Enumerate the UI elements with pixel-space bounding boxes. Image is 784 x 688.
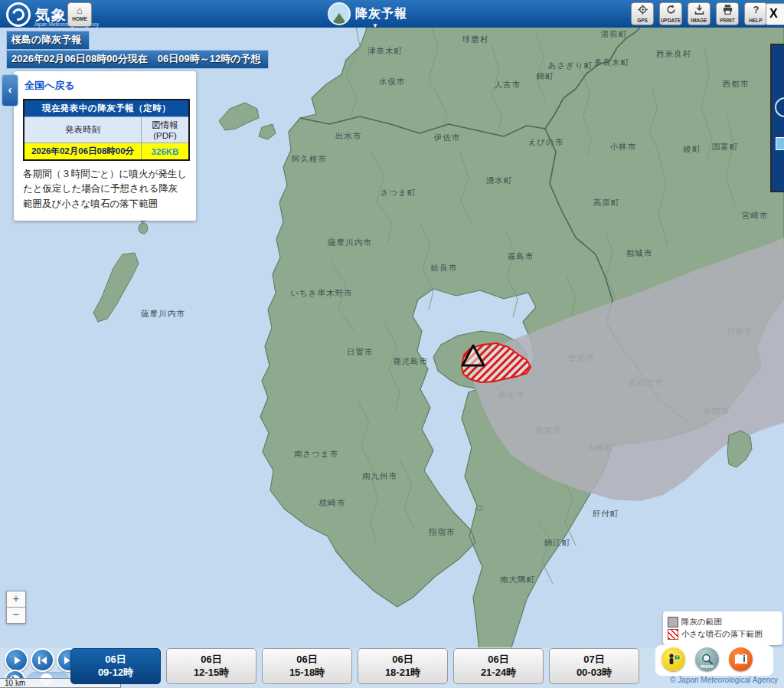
issue-time-cell: 2026年02月06日08時00分: [24, 143, 142, 161]
guide-button[interactable]: ?: [662, 647, 685, 671]
forecast-table: 現在発表中の降灰予報（定時） 発表時刻 図情報(PDF) 2026年02月06日…: [23, 99, 190, 161]
zoom-control: + −: [6, 591, 26, 624]
bottom-bar: 10 km 06日09-12時06日12-15時06日15-18時06日18-2…: [0, 647, 784, 688]
header: 気象庁 Japan Meteorological Agency ⌂ HOME 降…: [0, 0, 784, 28]
image-icon: [694, 5, 705, 18]
skip-start-icon: [38, 656, 47, 665]
collapse-panel-button[interactable]: ‹: [2, 74, 18, 106]
info-book-button[interactable]: [729, 647, 753, 671]
time-tab-06日09-12時[interactable]: 06日09-12時: [70, 648, 161, 684]
header-buttons: GPSUPDATEIMAGEPRINT?HELP: [631, 2, 767, 25]
banner-button: [776, 137, 784, 150]
share-x-button[interactable]: X: [766, 3, 784, 25]
col-time-header: 発表時刻: [24, 117, 142, 143]
gps-icon: [637, 5, 648, 18]
zoom-out-button[interactable]: −: [6, 608, 26, 624]
time-tab-06日12-15時[interactable]: 06日12-15時: [166, 648, 256, 684]
play-icon: [12, 656, 21, 665]
guide-icon: ?: [666, 652, 681, 667]
forecast-title-line1: 桜島の降灰予報: [6, 31, 90, 50]
home-button[interactable]: ⌂ HOME: [67, 2, 92, 27]
copyright: © Japan Meteorological Agency: [670, 676, 778, 684]
more-button[interactable]: more: [695, 647, 719, 671]
more-label: more: [695, 663, 719, 669]
info-panel: 全国へ戻る 現在発表中の降灰予報（定時） 発表時刻 図情報(PDF) 2026年…: [14, 71, 196, 221]
time-tab-06日21-24時[interactable]: 06日21-24時: [453, 648, 544, 684]
home-icon: ⌂: [77, 5, 83, 16]
page-title: 降灰予報: [355, 6, 407, 22]
skip-start-button[interactable]: [31, 648, 54, 672]
help-icon: ?: [750, 5, 762, 18]
forecast-description: 各期間（３時間ごと）に噴火が発生したと仮定した場合に予想される降灰範囲及び小さな…: [23, 167, 187, 211]
print-icon: [722, 5, 733, 18]
zoom-in-button[interactable]: +: [6, 591, 26, 608]
volcano-icon: [328, 2, 351, 25]
table-title: 現在発表中の降灰予報（定時）: [24, 100, 189, 117]
ash-legend-label: 降灰の範囲: [681, 617, 722, 627]
map-legend: 降灰の範囲 小さな噴石の落下範囲: [663, 611, 782, 645]
ash-legend-swatch: [668, 617, 678, 627]
stone-legend-swatch: [668, 629, 678, 640]
pdf-link[interactable]: 326KB: [152, 147, 179, 156]
timeline-tabs: 06日09-12時06日12-15時06日15-18時06日18-21時06日2…: [70, 648, 639, 684]
book-info-icon: [733, 653, 749, 667]
col-pdf-header: 図情報(PDF): [142, 117, 190, 143]
update-icon: [665, 5, 677, 18]
update-button[interactable]: UPDATE: [659, 2, 682, 25]
side-banner[interactable]: [770, 44, 784, 192]
time-tab-06日18-21時[interactable]: 06日18-21時: [358, 648, 448, 684]
time-tab-07日00-03時[interactable]: 07日00-03時: [549, 648, 639, 684]
print-button[interactable]: PRINT: [716, 2, 739, 25]
chevron-down-icon: ▼: [372, 22, 378, 29]
svg-text:?: ?: [753, 4, 759, 15]
image-button[interactable]: IMAGE: [688, 2, 710, 25]
play-button[interactable]: [5, 648, 28, 672]
page-title-group: 降灰予報 ▼: [328, 2, 407, 25]
forecast-titlebar: 桜島の降灰予報 2026年02月06日08時00分現在 06日09時～12時の予…: [6, 31, 269, 69]
stone-legend-label: 小さな噴石の落下範囲: [681, 629, 763, 640]
back-to-national-link[interactable]: 全国へ戻る: [24, 79, 75, 93]
time-tab-06日15-18時[interactable]: 06日15-18時: [262, 648, 352, 684]
help-button[interactable]: ?HELP: [744, 2, 767, 25]
forecast-title-line2: 2026年02月06日08時00分現在 06日09時～12時の予想: [6, 50, 269, 69]
banner-logo-icon: [775, 97, 784, 117]
gps-button[interactable]: GPS: [631, 2, 654, 25]
jma-logo-icon: [6, 2, 31, 27]
